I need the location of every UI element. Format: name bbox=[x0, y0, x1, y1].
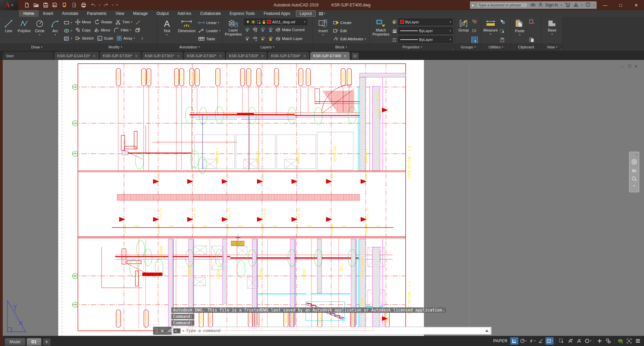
ucs-icon bbox=[7, 301, 26, 332]
navigation-bar[interactable]: ✕ ▾ bbox=[629, 152, 639, 192]
paper-sheet bbox=[58, 60, 469, 346]
status-bar: Model D1 + PAPER ▾ ▾ ▾ ▾ bbox=[0, 336, 644, 346]
paper-space-label[interactable]: PAPER bbox=[493, 339, 508, 343]
viewport-controls: — ❐ ✕ bbox=[621, 64, 638, 69]
command-input-placeholder[interactable]: Type a command bbox=[186, 328, 220, 333]
svg-text:FFL=SSL. 24,035: FFL=SSL. 24,035 bbox=[378, 93, 381, 117]
status-corner bbox=[0, 336, 3, 346]
command-input-bar[interactable]: >_ ▾ Type a command bbox=[171, 327, 492, 335]
command-window-controls[interactable]: ✕ bbox=[153, 327, 174, 335]
svg-text:DINING: DINING bbox=[217, 269, 220, 280]
svg-text:LEVEL 01: LEVEL 01 bbox=[263, 208, 266, 220]
viewport-minimize-icon[interactable]: — bbox=[621, 64, 624, 69]
command-recent-dropdown[interactable]: ▾ bbox=[183, 329, 184, 332]
svg-text:HALL: HALL bbox=[340, 264, 343, 271]
svg-text:BEDROOM 2: BEDROOM 2 bbox=[256, 148, 260, 164]
ortho-toggle[interactable] bbox=[537, 337, 545, 345]
annotation-monitor-button[interactable] bbox=[604, 337, 613, 345]
clean-screen-button[interactable] bbox=[625, 337, 633, 345]
grid-toggle[interactable] bbox=[510, 337, 518, 345]
steering-wheel-icon[interactable] bbox=[631, 159, 637, 165]
svg-text:DINING: DINING bbox=[260, 269, 263, 280]
isolate-objects-button[interactable] bbox=[616, 337, 624, 345]
svg-text:RECEPTION: RECEPTION bbox=[334, 146, 337, 162]
svg-text:BEDROOM 1: BEDROOM 1 bbox=[365, 148, 368, 164]
svg-text:LEVEL 03: LEVEL 03 bbox=[194, 208, 196, 220]
drawing-canvas[interactable]: Z 2 Y W V bbox=[0, 0, 644, 346]
command-close-icon[interactable]: ✕ bbox=[160, 328, 164, 333]
svg-text:V: V bbox=[74, 303, 76, 306]
snap-mode-toggle[interactable]: ▾ bbox=[519, 337, 527, 345]
svg-text:Y: Y bbox=[74, 152, 76, 155]
command-grip-icon[interactable] bbox=[155, 328, 158, 333]
svg-text:BEDROOM 2: BEDROOM 2 bbox=[216, 148, 219, 164]
object-snap-toggle[interactable]: ▾ bbox=[545, 337, 554, 345]
svg-text:KITCHEN: KITCHEN bbox=[160, 246, 163, 258]
pan-hand-icon[interactable] bbox=[631, 167, 637, 173]
svg-text:STRIP SECTION - 1 B: STRIP SECTION - 1 B bbox=[408, 146, 411, 179]
svg-text:MAID'S ROOM: MAID'S ROOM bbox=[361, 258, 365, 277]
command-prompt-icon: >_ bbox=[173, 328, 180, 333]
svg-text:BEDROOM 2: BEDROOM 2 bbox=[297, 148, 300, 164]
navbar-close-icon[interactable]: ✕ bbox=[636, 153, 638, 156]
workspace-switching-button[interactable] bbox=[596, 337, 604, 345]
polar-tracking-toggle[interactable]: ▾ bbox=[528, 337, 536, 345]
annotation-scale-button[interactable]: ▾ bbox=[584, 337, 592, 345]
svg-text:W: W bbox=[74, 275, 76, 278]
svg-text:LEVEL -04: LEVEL -04 bbox=[366, 208, 369, 220]
layout-tab-d1[interactable]: D1 bbox=[27, 338, 41, 346]
command-history-prompt: Command: bbox=[171, 320, 194, 326]
annotation-autoscale-toggle[interactable] bbox=[575, 337, 583, 345]
svg-text:LEVEL 00: LEVEL 00 bbox=[298, 208, 301, 220]
scroll-up-icon[interactable] bbox=[485, 330, 489, 332]
svg-text:DINING: DINING bbox=[303, 269, 306, 280]
svg-text:Z: Z bbox=[74, 86, 76, 89]
customization-menu-button[interactable] bbox=[634, 337, 642, 345]
annotation-visibility-toggle[interactable] bbox=[566, 337, 574, 345]
svg-text:2: 2 bbox=[74, 122, 76, 125]
command-customize-wrench-icon[interactable] bbox=[167, 328, 171, 333]
svg-text:LEVEL 02: LEVEL 02 bbox=[228, 208, 231, 220]
selection-cycling-toggle[interactable] bbox=[557, 337, 565, 345]
navbar-more-icon[interactable]: ▾ bbox=[634, 184, 635, 187]
command-history-trusted: Autodesk DWG. This file is a TrustedDWG … bbox=[171, 307, 446, 313]
command-scrollbar[interactable] bbox=[375, 328, 490, 334]
zoom-icon[interactable] bbox=[631, 176, 637, 182]
model-tab[interactable]: Model bbox=[5, 338, 25, 346]
viewport-restore-icon[interactable]: ❐ bbox=[628, 64, 631, 69]
command-history-prompt: Command: bbox=[171, 314, 194, 319]
new-layout-button[interactable]: + bbox=[43, 339, 50, 345]
svg-text:BEDROOM: BEDROOM bbox=[188, 265, 191, 277]
svg-text:LEVEL 04: LEVEL 04 bbox=[159, 208, 162, 220]
viewport-close-icon[interactable]: ✕ bbox=[635, 64, 638, 69]
